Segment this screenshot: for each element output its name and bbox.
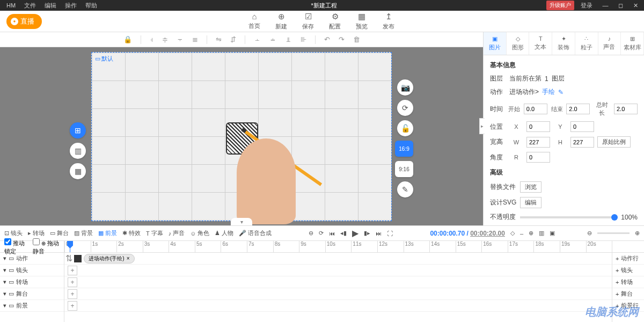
add-track-3[interactable]: +舞台 <box>612 288 644 300</box>
tl-tab-前景[interactable]: ▩前景 <box>98 229 117 237</box>
align-left-icon[interactable]: ⫞ <box>150 35 153 43</box>
add-track-1[interactable]: +镜头 <box>612 265 644 276</box>
lock-scroll-checkbox[interactable]: 推动锁定 <box>4 238 27 255</box>
maximize-icon[interactable]: ◻ <box>614 2 627 9</box>
aspect-16-9-button[interactable]: 16:9 <box>395 141 413 157</box>
step-back-icon[interactable]: ◂▮ <box>340 230 347 237</box>
tl-tab-转场[interactable]: ▸转场 <box>28 229 45 237</box>
time-start-input[interactable] <box>524 104 547 114</box>
menu-operate[interactable]: 操作 <box>61 2 81 10</box>
stage[interactable]: ▭ 默认 <box>91 52 392 221</box>
template-button[interactable]: ▦ <box>70 163 86 179</box>
add-clip-button[interactable]: + <box>68 301 77 311</box>
track-handle-icon[interactable]: ⇅ <box>64 253 73 264</box>
insp-tab-粒子[interactable]: ∴粒子 <box>575 32 598 55</box>
play-icon[interactable]: ▶ <box>352 228 358 238</box>
playhead[interactable] <box>70 241 70 252</box>
zoom-out-list-icon[interactable]: ▥ <box>539 230 544 237</box>
menu-file[interactable]: 文件 <box>20 2 40 10</box>
tl-tab-镜头[interactable]: ⊡镜头 <box>4 229 23 237</box>
redo-icon[interactable]: ↷ <box>339 35 345 43</box>
insp-tab-素材库[interactable]: ⊞素材库 <box>621 32 644 55</box>
menu-edit[interactable]: 编辑 <box>40 2 61 10</box>
main-tool-1[interactable]: ⊕新建 <box>275 12 287 31</box>
tl-tab-声音[interactable]: ♪声音 <box>169 229 185 237</box>
tl-tab-角色[interactable]: ☺角色 <box>190 229 209 237</box>
upgrade-button[interactable]: 升级账户 <box>546 1 574 10</box>
edit-action-icon[interactable]: ✎ <box>558 89 564 96</box>
zoom-in-icon[interactable]: ⊕ <box>635 230 640 237</box>
tl-tab-舞台[interactable]: ▭舞台 <box>50 229 69 237</box>
marker-icon[interactable]: ◇ <box>510 230 515 237</box>
collapse-handle[interactable]: ▾ <box>231 218 252 225</box>
step-fwd-icon[interactable]: ▮▸ <box>364 230 370 237</box>
flip-v-icon[interactable]: ⇵ <box>230 35 236 43</box>
tl-tab-特效[interactable]: ✱特效 <box>122 229 141 237</box>
add-track-2[interactable]: +转场 <box>612 276 644 288</box>
add-clip-button[interactable]: + <box>68 266 77 275</box>
align-middle-icon[interactable]: ⫨ <box>269 35 276 43</box>
add-marker-icon[interactable]: ⊕ <box>529 230 533 237</box>
timeline-clip[interactable]: 进场动作(手绘) × <box>84 254 135 264</box>
insp-tab-图形[interactable]: ◇图形 <box>507 32 530 55</box>
add-clip-button[interactable]: + <box>68 277 77 287</box>
edit-svg-button[interactable]: 编辑 <box>520 197 541 208</box>
tl-tab-背景[interactable]: ▨背景 <box>74 229 93 237</box>
delete-icon[interactable]: 🗑 <box>353 35 360 43</box>
grid-toggle-button[interactable]: ⊞ <box>70 122 86 138</box>
reset-size-button[interactable]: 原始比例 <box>597 136 631 148</box>
browse-button[interactable]: 浏览 <box>520 181 541 193</box>
undo-icon[interactable]: ↶ <box>324 35 330 43</box>
main-tool-2[interactable]: ☑保存 <box>302 12 314 31</box>
angle-input[interactable] <box>526 152 550 163</box>
add-track-0[interactable]: +动作行 <box>612 253 644 265</box>
align-right-icon[interactable]: ⫟ <box>177 35 184 43</box>
timeline-ruler[interactable]: 0s1s2s3s4s5s6s7s8s9s10s11s12s13s14s15s16… <box>64 241 612 253</box>
add-track-4[interactable]: +前景行 <box>612 300 644 312</box>
canvas-workspace[interactable]: ▭ 默认 ⊞ ▥ ▦ 📷 ⟳ 🔓 16:9 9:16 ✎ ▾ <box>0 47 483 225</box>
height-input[interactable] <box>570 137 594 148</box>
camera-button[interactable]: 📷 <box>397 79 413 96</box>
align-top-icon[interactable]: ⫠ <box>254 35 261 43</box>
flip-h-icon[interactable]: ⇋ <box>216 35 222 43</box>
insp-tab-图片[interactable]: ▣图片 <box>484 32 507 55</box>
export-icon[interactable]: ▣ <box>550 230 555 237</box>
track-label-4[interactable]: ▾▭前景 <box>0 300 64 312</box>
panel-collapse-button[interactable]: ▸ <box>479 118 485 134</box>
pos-y-input[interactable] <box>570 121 594 132</box>
close-icon[interactable]: ✕ <box>629 2 642 9</box>
rotate-button[interactable]: ⟳ <box>397 100 413 116</box>
edit-pencil-button[interactable]: ✎ <box>397 181 413 197</box>
track-stage[interactable]: + <box>64 288 612 300</box>
lock-icon[interactable]: 🔒 <box>123 35 132 43</box>
fullscreen-icon[interactable]: ⛶ <box>387 230 393 237</box>
insp-tab-声音[interactable]: ♪声音 <box>598 32 621 55</box>
menu-help[interactable]: 帮助 <box>81 2 101 10</box>
track-camera[interactable]: + <box>64 265 612 276</box>
main-tool-0[interactable]: ⌂首页 <box>248 12 260 31</box>
opacity-slider[interactable] <box>520 216 618 218</box>
pos-x-input[interactable] <box>526 121 550 132</box>
track-label-1[interactable]: ▾▭镜头 <box>0 265 64 276</box>
zoom-out-icon[interactable]: ⊖ <box>587 230 592 237</box>
align-justify-icon[interactable]: ≣ <box>192 35 198 43</box>
main-tool-3[interactable]: ⚙配置 <box>329 12 341 31</box>
tl-tab-字幕[interactable]: T字幕 <box>146 229 163 237</box>
track-action[interactable]: ⇅ 进场动作(手绘) × <box>64 253 612 265</box>
lock-button[interactable]: 🔓 <box>397 120 413 136</box>
aspect-9-16-button[interactable]: 9:16 <box>395 161 413 177</box>
insp-tab-装饰[interactable]: ✦装饰 <box>552 32 575 55</box>
login-button[interactable]: 登录 <box>576 2 597 10</box>
live-button[interactable]: ● 直播 <box>6 14 42 29</box>
time-total-input[interactable] <box>614 104 638 114</box>
minimize-icon[interactable]: — <box>599 2 612 9</box>
align-bottom-icon[interactable]: ⫫ <box>285 35 292 43</box>
track-label-3[interactable]: ▾▭舞台 <box>0 288 64 300</box>
track-foreground[interactable]: + <box>64 300 612 312</box>
main-tool-4[interactable]: ▦预览 <box>356 12 368 31</box>
width-input[interactable] <box>526 137 550 148</box>
skip-end-icon[interactable]: ⏭ <box>376 230 382 237</box>
layout-button[interactable]: ▥ <box>70 143 86 159</box>
insp-tab-文本[interactable]: T文本 <box>529 32 552 55</box>
track-label-2[interactable]: ▾▭转场 <box>0 276 64 288</box>
